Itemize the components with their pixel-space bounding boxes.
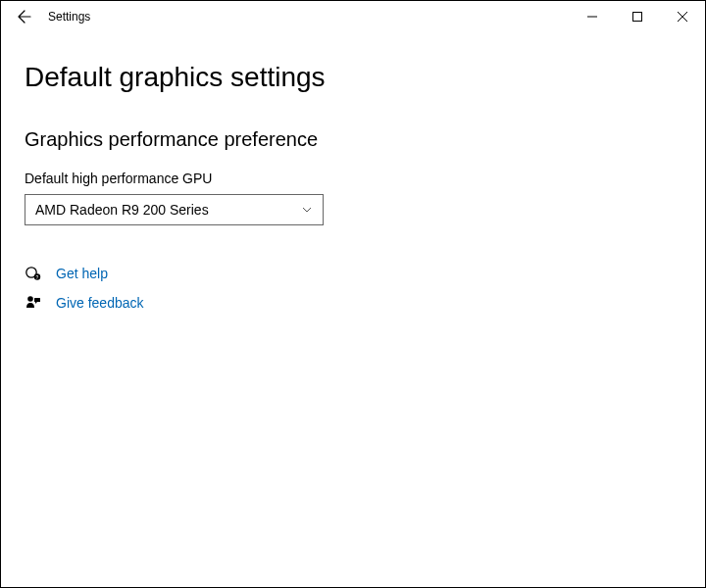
back-button[interactable]: [5, 1, 44, 32]
get-help-row: ? Get help: [25, 265, 681, 282]
arrow-left-icon: [17, 9, 32, 24]
gpu-select-value: AMD Radeon R9 200 Series: [35, 202, 209, 218]
svg-point-4: [27, 296, 33, 302]
gpu-field-label: Default high performance GPU: [25, 171, 681, 186]
close-icon: [678, 12, 687, 22]
give-feedback-link[interactable]: Give feedback: [56, 295, 144, 311]
svg-rect-0: [633, 13, 642, 22]
gpu-select[interactable]: AMD Radeon R9 200 Series: [25, 194, 324, 225]
get-help-link[interactable]: Get help: [56, 266, 108, 281]
content-area: Default graphics settings Graphics perfo…: [1, 32, 705, 343]
window-controls: [570, 1, 705, 32]
help-icon: ?: [25, 265, 42, 282]
titlebar: Settings: [1, 1, 705, 32]
close-button[interactable]: [660, 1, 705, 32]
maximize-icon: [632, 12, 642, 22]
chevron-down-icon: [301, 204, 313, 216]
feedback-icon: [25, 294, 42, 312]
help-links: ? Get help Give feedback: [25, 265, 681, 312]
window-title: Settings: [44, 10, 90, 24]
page-title: Default graphics settings: [25, 62, 681, 93]
give-feedback-row: Give feedback: [25, 294, 681, 312]
minimize-icon: [587, 12, 597, 22]
svg-text:?: ?: [36, 274, 39, 280]
minimize-button[interactable]: [570, 1, 615, 32]
maximize-button[interactable]: [615, 1, 660, 32]
section-heading: Graphics performance preference: [25, 128, 681, 151]
svg-rect-5: [34, 298, 40, 302]
